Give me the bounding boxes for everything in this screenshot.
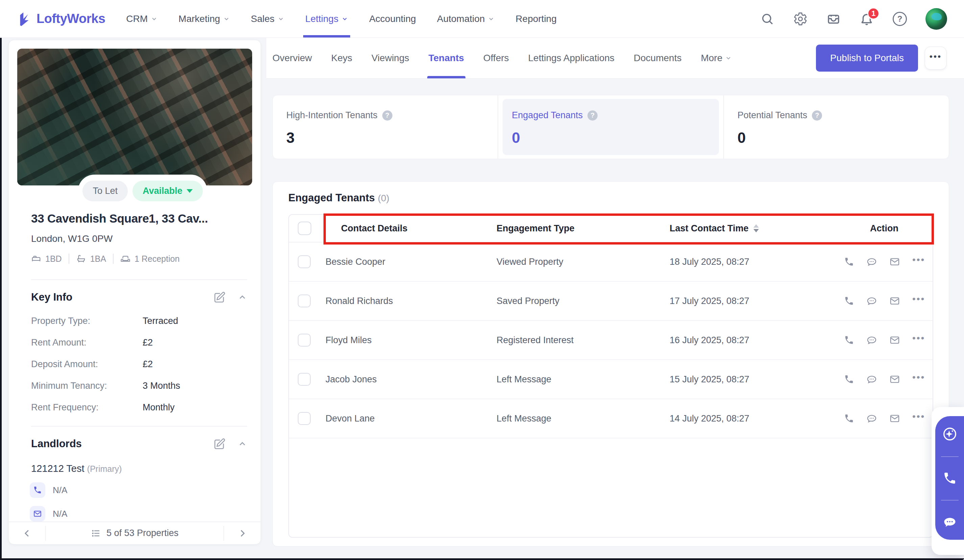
property-photo: [17, 49, 252, 185]
engagement-type: Left Message: [497, 414, 669, 424]
key-info-row: Property Type:Terraced: [31, 316, 247, 326]
row-checkbox[interactable]: [298, 294, 311, 307]
message-icon[interactable]: [866, 335, 877, 346]
column-engagement-type: Engagement Type: [497, 223, 669, 234]
message-icon[interactable]: [866, 374, 877, 385]
stat-potential-tenants[interactable]: Potential Tenants ? 0: [723, 95, 949, 159]
row-actions: •••: [836, 294, 933, 308]
help-icon[interactable]: ?: [892, 11, 907, 26]
nav-item-accounting[interactable]: Accounting: [369, 0, 416, 37]
ellipsis-menu-icon[interactable]: •••: [912, 294, 925, 308]
help-icon[interactable]: ?: [382, 110, 392, 120]
window-frame-edge: [0, 558, 964, 560]
chevron-down-icon: [187, 189, 193, 193]
publish-to-portals-button[interactable]: Publish to Portals: [816, 45, 918, 71]
ellipsis-menu-icon[interactable]: •••: [912, 412, 925, 425]
tenant-name[interactable]: Jacob Jones: [326, 374, 497, 385]
email-icon[interactable]: [889, 413, 900, 424]
nav-item-automation[interactable]: Automation: [437, 0, 495, 37]
tab-overview[interactable]: Overview: [272, 38, 312, 78]
notifications-bell-icon[interactable]: 1: [859, 11, 874, 26]
call-icon[interactable]: [844, 257, 854, 267]
call-icon[interactable]: [844, 374, 854, 385]
email-icon[interactable]: [889, 256, 900, 267]
tab-documents[interactable]: Documents: [634, 38, 682, 78]
stat-value: 0: [512, 129, 723, 146]
landlord-phone-row: N/A: [9, 482, 261, 498]
edit-pencil-icon[interactable]: [213, 291, 226, 304]
ai-assistant-icon[interactable]: [942, 426, 957, 442]
select-all-checkbox[interactable]: [298, 222, 311, 235]
table-header-row: Contact Details Engagement Type Last Con…: [289, 215, 933, 242]
call-icon[interactable]: [844, 296, 854, 306]
call-icon[interactable]: [844, 335, 854, 345]
edit-pencil-icon[interactable]: [213, 437, 226, 450]
nav-item-marketing[interactable]: Marketing: [179, 0, 230, 37]
tenant-name[interactable]: Floyd Miles: [326, 335, 497, 346]
tab-keys[interactable]: Keys: [331, 38, 352, 78]
row-checkbox[interactable]: [298, 373, 311, 386]
chevron-up-icon[interactable]: [238, 439, 247, 448]
inbox-icon[interactable]: [826, 11, 841, 26]
topbar-actions: 1 ?: [760, 8, 947, 30]
engagement-type: Left Message: [497, 374, 669, 385]
nav-item-reporting[interactable]: Reporting: [515, 0, 556, 37]
sort-toggle-icon[interactable]: [754, 224, 759, 232]
stat-high-intention-tenants[interactable]: High-Intention Tenants ? 3: [273, 95, 498, 159]
availability-status-dropdown[interactable]: Available: [132, 181, 203, 201]
table-row: Ronald Richards Saved Property 17 July 2…: [289, 282, 933, 321]
bedrooms-spec: 1BD: [31, 254, 62, 264]
tab-more[interactable]: More: [701, 38, 732, 78]
row-checkbox[interactable]: [298, 412, 311, 425]
key-info-row: Rent Frequency:Monthly: [31, 402, 247, 413]
row-checkbox[interactable]: [298, 255, 311, 268]
landlord-email-value: N/A: [53, 509, 67, 519]
floating-action-dock: [935, 416, 964, 540]
ellipsis-menu-icon[interactable]: •••: [912, 255, 925, 268]
chat-icon[interactable]: [942, 515, 957, 529]
table-row: Devon Lane Left Message 14 July 2025, 08…: [289, 399, 933, 438]
tenant-name[interactable]: Bessie Cooper: [326, 257, 497, 267]
landlord-name[interactable]: 121212 Test (Primary): [9, 463, 261, 474]
tab-offers[interactable]: Offers: [484, 38, 509, 78]
engaged-tenants-count: (0): [378, 193, 389, 203]
loftyworks-logo[interactable]: LoftyWorks: [17, 11, 105, 27]
tenant-name[interactable]: Ronald Richards: [326, 296, 497, 306]
stat-engaged-tenants[interactable]: Engaged Tenants ? 0: [498, 95, 723, 159]
tab-lettings-applications[interactable]: Lettings Applications: [528, 38, 614, 78]
more-actions-button[interactable]: •••: [925, 47, 946, 70]
property-tabs-bar: Overview Keys Viewings Tenants Offers Le…: [266, 38, 964, 79]
ellipsis-menu-icon[interactable]: •••: [912, 333, 925, 347]
help-icon[interactable]: ?: [812, 110, 822, 120]
table-row: Bessie Cooper Viewed Property 18 July 20…: [289, 242, 933, 282]
email-icon[interactable]: [889, 374, 900, 385]
help-icon[interactable]: ?: [588, 110, 598, 120]
brand-name: LoftyWorks: [36, 11, 105, 26]
email-icon[interactable]: [889, 295, 900, 306]
user-avatar[interactable]: [925, 8, 947, 30]
search-icon[interactable]: [760, 11, 775, 26]
ellipsis-menu-icon[interactable]: •••: [912, 373, 925, 386]
call-icon[interactable]: [844, 414, 854, 424]
next-property-button[interactable]: [224, 522, 261, 544]
message-icon[interactable]: [866, 413, 877, 424]
row-checkbox[interactable]: [298, 334, 311, 347]
previous-property-button[interactable]: [9, 522, 45, 544]
engaged-tenants-section: Engaged Tenants (0) Contact Details Enga…: [272, 181, 949, 547]
nav-item-crm[interactable]: CRM: [126, 0, 158, 37]
chevron-up-icon[interactable]: [238, 292, 247, 302]
tenant-name[interactable]: Devon Lane: [326, 414, 497, 424]
tab-tenants[interactable]: Tenants: [428, 38, 464, 78]
nav-item-lettings[interactable]: Lettings: [305, 0, 348, 37]
reception-icon: [120, 254, 130, 264]
chevron-down-icon: [725, 55, 732, 62]
mail-icon: [30, 506, 45, 521]
tab-viewings[interactable]: Viewings: [371, 38, 409, 78]
message-icon[interactable]: [866, 295, 877, 306]
message-icon[interactable]: [866, 256, 877, 267]
email-icon[interactable]: [889, 335, 900, 346]
nav-item-sales[interactable]: Sales: [251, 0, 284, 37]
settings-gear-icon[interactable]: [793, 11, 808, 26]
properties-list-button[interactable]: 5 of 53 Properties: [46, 528, 223, 538]
call-icon[interactable]: [943, 471, 957, 485]
